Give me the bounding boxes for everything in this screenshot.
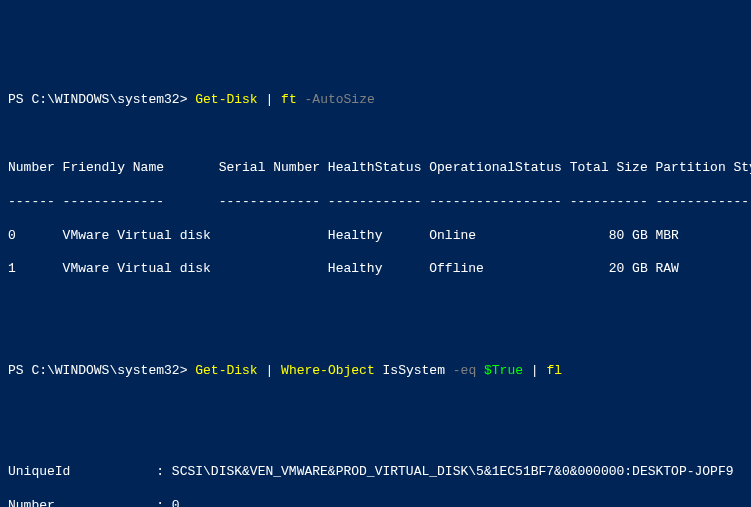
blank-line <box>8 396 743 413</box>
blank-line <box>8 295 743 312</box>
blank-line <box>8 329 743 346</box>
pipe-symbol: | <box>531 363 539 378</box>
ps-path: PS C:\WINDOWS\system32> <box>8 363 187 378</box>
cmdlet-get-disk: Get-Disk <box>195 363 257 378</box>
prop-issystem: IsSystem <box>383 363 445 378</box>
var-true: $True <box>484 363 523 378</box>
prompt-line-2: PS C:\WINDOWS\system32> Get-Disk | Where… <box>8 363 743 380</box>
pipe-symbol: | <box>265 92 273 107</box>
param-autosize: -AutoSize <box>305 92 375 107</box>
terminal-output[interactable]: PS C:\WINDOWS\system32> Get-Disk | ft -A… <box>8 76 743 507</box>
op-eq: -eq <box>453 363 476 378</box>
cmdlet-ft: ft <box>281 92 297 107</box>
pipe-symbol: | <box>265 363 273 378</box>
blank-line <box>8 126 743 143</box>
ps-path: PS C:\WINDOWS\system32> <box>8 92 187 107</box>
table-row: 0 VMware Virtual disk Healthy Online 80 … <box>8 228 743 245</box>
table-header: Number Friendly Name Serial Number Healt… <box>8 160 743 177</box>
blank-line <box>8 430 743 447</box>
cmdlet-get-disk: Get-Disk <box>195 92 257 107</box>
cmdlet-fl: fl <box>546 363 562 378</box>
detail-number: Number : 0 <box>8 498 743 507</box>
table-divider: ------ ------------- ------------- -----… <box>8 194 743 211</box>
table-row: 1 VMware Virtual disk Healthy Offline 20… <box>8 261 743 278</box>
cmdlet-where-object: Where-Object <box>281 363 375 378</box>
prompt-line-1: PS C:\WINDOWS\system32> Get-Disk | ft -A… <box>8 92 743 109</box>
detail-uniqueid: UniqueId : SCSI\DISK&VEN_VMWARE&PROD_VIR… <box>8 464 743 481</box>
